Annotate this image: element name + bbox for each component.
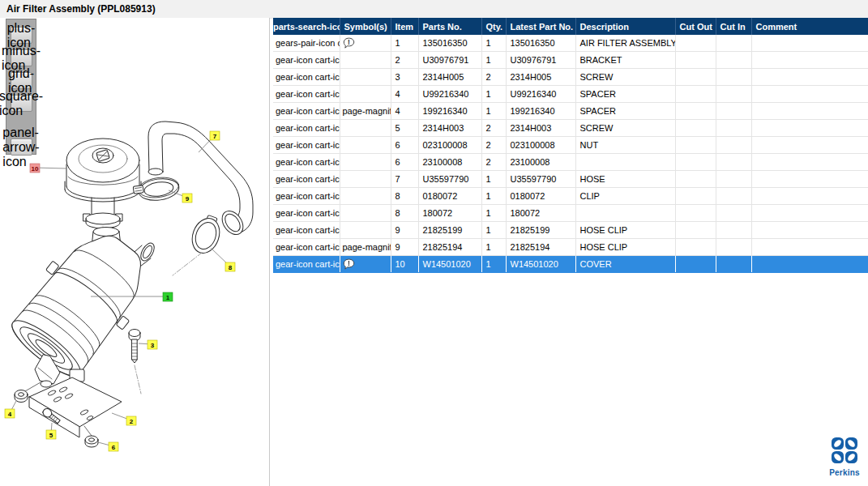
cart-icon[interactable]: cart-icon [315, 242, 340, 252]
page-magnifier-icon[interactable]: page-magnifier-icon [343, 242, 391, 252]
column-header-cut_out[interactable]: Cut Out [675, 18, 716, 35]
zoom-out-button[interactable]: minus-icon [11, 49, 32, 66]
table-row[interactable]: gear-iconcart-iconi623100008223100008 [273, 154, 868, 171]
cell-description: SPACER [575, 86, 675, 103]
column-header-label: Qty. [486, 22, 503, 32]
gear-icon[interactable]: gear-icon [276, 225, 313, 235]
gear-icon[interactable]: gear-icon [276, 106, 313, 116]
row-symbol [340, 137, 391, 154]
zoom-in-button[interactable]: plus-icon [11, 27, 32, 44]
svg-text:7: 7 [213, 133, 217, 140]
gear-icon[interactable]: gear-icon [276, 242, 313, 252]
cell-parts_no: 21825199 [418, 222, 481, 239]
row-action-icons: gear-iconcart-iconi [273, 188, 340, 205]
cart-icon[interactable]: cart-icon [315, 106, 340, 116]
cell-cut_out [675, 120, 716, 137]
column-header-latest_part_no[interactable]: Latest Part No. [506, 18, 575, 35]
gear-icon[interactable]: gear-icon [276, 259, 313, 269]
zoom-area-button[interactable]: square-icon [11, 95, 32, 112]
gears-pair-icon[interactable]: gears-pair-icon [276, 38, 335, 48]
cell-item: 8 [391, 188, 418, 205]
column-header-cut_in[interactable]: Cut In [716, 18, 751, 35]
cell-description: HOSE CLIP [575, 239, 675, 256]
cell-latest_part_no: 2314H005 [506, 69, 575, 86]
callout-label-3[interactable]: 3 [139, 340, 157, 349]
cart-icon[interactable]: cart-icon [315, 208, 340, 218]
cell-cut_out [675, 69, 716, 86]
cart-icon[interactable]: cart-icon [315, 140, 340, 150]
table-row[interactable]: gear-iconcart-iconi60231000082023100008N… [273, 137, 868, 154]
column-header-icons[interactable]: parts-search-icon [273, 18, 340, 35]
cell-comment [751, 222, 868, 239]
cart-icon[interactable]: cart-icon [315, 157, 340, 167]
table-row[interactable]: gear-iconcart-iconi52314H00322314H003SCR… [273, 120, 868, 137]
callout-label-4[interactable]: 4 [5, 401, 16, 418]
page-magnifier-icon[interactable]: page-magnifier-icon [343, 106, 391, 116]
row-action-icons: gear-iconcart-iconi [273, 239, 340, 256]
cart-icon[interactable]: cart-icon [315, 123, 340, 133]
cell-qty: 2 [481, 154, 506, 171]
gear-icon[interactable]: gear-icon [276, 191, 313, 201]
cart-icon[interactable]: cart-icon [315, 191, 340, 201]
cell-latest_part_no: 21825194 [506, 239, 575, 256]
row-action-icons: gear-iconcart-iconi [273, 52, 340, 69]
cell-description: AIR FILTER ASSEMBLY [575, 35, 675, 52]
cart-icon[interactable]: cart-icon [315, 55, 340, 65]
callout-label-5[interactable]: 5 [46, 423, 56, 439]
row-symbol [340, 205, 391, 222]
row-symbol: page-magnifier-icon [340, 103, 391, 120]
cart-icon[interactable]: cart-icon [315, 174, 340, 184]
table-row[interactable]: gear-iconcart-iconbook-iconi32314H005223… [273, 69, 868, 86]
table-row[interactable]: gear-iconcart-iconi8018007210180072CLIP [273, 188, 868, 205]
toggle-parts-list-button[interactable]: panel-arrow-icon [11, 139, 32, 156]
column-header-parts_no[interactable]: Parts No. [418, 18, 481, 35]
cell-comment [751, 171, 868, 188]
gear-icon[interactable]: gear-icon [276, 157, 313, 167]
column-header-item[interactable]: Item [391, 18, 418, 35]
table-row-selected[interactable]: gear-iconcart-iconi!10W145010201W1450102… [273, 256, 868, 273]
cover-part [65, 139, 141, 228]
gear-icon[interactable]: gear-icon [276, 55, 313, 65]
cart-icon[interactable]: cart-icon [315, 259, 340, 269]
diagram-viewer-toolbar: plus-iconminus-icongrid-iconsquare-iconp… [6, 19, 36, 155]
table-row[interactable]: gear-iconcart-iconi921825199121825199HOS… [273, 222, 868, 239]
cell-item: 8 [391, 205, 418, 222]
diagram-panel: plus-iconminus-icongrid-iconsquare-iconp… [0, 18, 270, 486]
svg-text:1: 1 [166, 294, 170, 301]
gear-icon[interactable]: gear-icon [276, 123, 313, 133]
balloon-icon[interactable]: ! [343, 258, 355, 271]
nut-small-part [84, 426, 98, 447]
gear-icon[interactable]: gear-icon [276, 174, 313, 184]
cell-description: HOSE [575, 171, 675, 188]
table-row[interactable]: gear-iconcart-iconi2U309767911U30976791B… [273, 52, 868, 69]
callout-label-8[interactable]: 8 [211, 248, 235, 271]
parts-search-icon[interactable]: parts-search-icon [273, 22, 340, 32]
cart-icon[interactable]: cart-icon [315, 89, 340, 99]
cell-cut_in [716, 35, 751, 52]
gear-icon[interactable]: gear-icon [276, 89, 313, 99]
table-row[interactable]: gear-iconcart-iconSipage-magnifier-icon4… [273, 103, 868, 120]
table-row[interactable]: gear-iconcart-iconi4U992163401U99216340S… [273, 86, 868, 103]
row-action-icons: gear-iconcart-iconi [273, 120, 340, 137]
gear-icon[interactable]: gear-icon [276, 72, 313, 82]
fit-view-button[interactable]: grid-icon [11, 72, 32, 89]
column-header-description[interactable]: Description [575, 18, 675, 35]
cart-icon[interactable]: cart-icon [315, 225, 340, 235]
column-header-qty[interactable]: Qty. [481, 18, 506, 35]
callout-label-2[interactable]: 2 [112, 413, 136, 425]
screw-part [129, 330, 140, 364]
column-header-symbol[interactable]: Symbol(s) [340, 18, 391, 35]
table-row[interactable]: gear-iconcart-iconipage-magnifier-icon92… [273, 239, 868, 256]
table-row[interactable]: gear-iconcart-iconi7U355977901U35597790H… [273, 171, 868, 188]
table-row[interactable]: gear-iconcart-iconi81800721180072 [273, 205, 868, 222]
callout-label-6[interactable]: 6 [98, 442, 118, 451]
cell-comment [751, 120, 868, 137]
cell-qty: 1 [481, 103, 506, 120]
balloon-icon[interactable]: ! [343, 37, 355, 49]
table-row[interactable]: gears-pair-iconcart-iconi!11350163501135… [273, 35, 868, 52]
gear-icon[interactable]: gear-icon [276, 208, 313, 218]
panel-arrow-icon: panel-arrow-icon [2, 126, 39, 169]
column-header-comment[interactable]: Comment [751, 18, 868, 35]
cart-icon[interactable]: cart-icon [315, 72, 340, 82]
gear-icon[interactable]: gear-icon [276, 140, 313, 150]
